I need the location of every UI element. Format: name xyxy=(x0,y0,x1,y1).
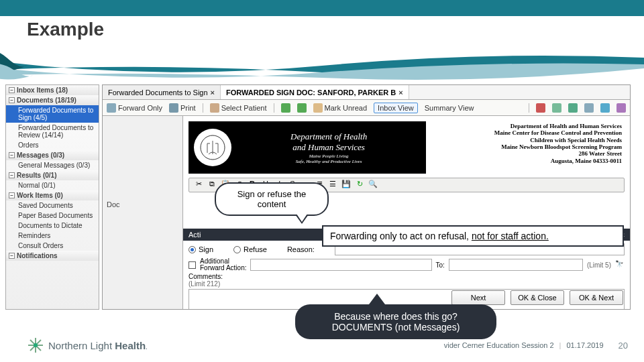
ok-close-button[interactable]: OK & Close xyxy=(511,290,564,305)
close-icon[interactable]: × xyxy=(211,88,215,97)
tool-icon-3[interactable] xyxy=(568,103,578,113)
footer-session: vider Cerner Education Session 2 xyxy=(444,341,554,349)
tool-icon-2[interactable] xyxy=(552,103,561,113)
tree-item-paper-docs[interactable]: Paper Based Documents xyxy=(6,210,99,221)
tree-item-normal[interactable]: Normal (0/1) xyxy=(6,180,99,190)
list-icon[interactable]: ☰ xyxy=(327,180,338,190)
brand-logo: Northern Light Health. xyxy=(27,337,148,354)
tabs: Forwarded Documents to Sign × FORWARDED … xyxy=(103,85,630,100)
tree-item-general-msg[interactable]: General Messages (0/3) xyxy=(6,160,99,170)
callout-forwarding: Forwarding only to act on refusal, not f… xyxy=(322,225,624,247)
binoculars-icon[interactable]: 🔭 xyxy=(615,260,625,269)
additional-checkbox[interactable] xyxy=(189,261,196,269)
tool-icon-5[interactable] xyxy=(600,103,610,113)
left-column: Doc xyxy=(103,116,183,309)
app-panel: Forwarded Documents to Sign × FORWARDED … xyxy=(102,84,631,310)
ok-next-button[interactable]: OK & Next xyxy=(570,290,623,305)
separator xyxy=(203,103,203,113)
to-input[interactable] xyxy=(449,259,583,271)
separator xyxy=(274,103,274,113)
select-patient-button[interactable]: Select Patient xyxy=(210,103,267,113)
content-area: Doc Department of Health and Human Servi… xyxy=(103,116,630,309)
refresh-icon[interactable]: ↻ xyxy=(354,180,365,190)
tree-item-orders[interactable]: Orders xyxy=(6,140,99,150)
footer-page: 20 xyxy=(619,341,628,351)
tree-group-notifications[interactable]: −Notifications xyxy=(6,251,99,261)
scissors-icon[interactable]: ✂ xyxy=(193,180,204,190)
arrow-down-icon xyxy=(297,103,307,113)
tree-item-saved-docs[interactable]: Saved Documents xyxy=(6,200,99,210)
tab-fwd-docs[interactable]: Forwarded Documents to Sign × xyxy=(103,85,221,99)
tree-item-fwd-sign[interactable]: Forwarded Documents to Sign (4/5) xyxy=(6,105,99,123)
arrow-up-icon xyxy=(281,103,290,113)
doc-header-right: Department of Health and Human Services … xyxy=(430,121,625,174)
footer: Northern Light Health. vider Cerner Educ… xyxy=(27,337,628,354)
next-button[interactable] xyxy=(297,103,307,113)
top-band xyxy=(0,0,644,16)
tree-group-messages[interactable]: −Messages (0/3) xyxy=(6,150,99,160)
separator xyxy=(529,103,529,113)
wave-decoration xyxy=(0,46,644,83)
callout-where-goes: Because where does this go? DOCUMENTS (n… xyxy=(295,304,496,339)
tree-item-dictate[interactable]: Documents to Dictate xyxy=(6,221,99,231)
print-button[interactable]: Print xyxy=(169,103,196,113)
logo-icon xyxy=(27,337,44,354)
tree-item-consult[interactable]: Consult Orders xyxy=(6,241,99,251)
tool-icon-4[interactable] xyxy=(584,103,594,113)
inbox-tree: −Inbox Items (18) −Documents (18/19) For… xyxy=(5,84,99,310)
copy-icon[interactable]: ⧉ xyxy=(207,180,217,190)
save-icon[interactable]: 💾 xyxy=(341,180,352,190)
tab-label: Forwarded Documents to Sign xyxy=(108,88,208,97)
tool-icon-6[interactable] xyxy=(616,103,626,113)
close-icon[interactable]: × xyxy=(398,88,402,97)
refuse-radio[interactable]: Refuse xyxy=(233,245,267,253)
tree-item-fwd-review[interactable]: Forwarded Documents to Review (14/14) xyxy=(6,123,99,140)
reason-label: Reason: xyxy=(287,245,315,253)
comments-limit: (Limit 212) xyxy=(189,280,625,288)
tree-group-work[interactable]: −Work Items (0) xyxy=(6,190,99,200)
callout-sign-refuse: Sign or refuse the content xyxy=(215,182,329,216)
toolbar: Forward Only Print Select Patient Mark U… xyxy=(103,100,630,116)
state-seal-icon xyxy=(194,129,231,166)
tab-label: FORWARDED SIGN DOC: SANFORD, PARKER B xyxy=(226,88,396,97)
prev-button[interactable] xyxy=(281,103,290,113)
summary-view-button[interactable]: Summary View xyxy=(425,104,474,112)
tool-icon-1[interactable] xyxy=(536,103,545,113)
doc-header-left: Department of Health and Human Services … xyxy=(189,121,426,174)
zoom-icon[interactable]: 🔍 xyxy=(368,180,378,190)
slide-title: Example xyxy=(27,19,104,40)
sign-radio[interactable]: Sign xyxy=(189,245,213,253)
patient-icon xyxy=(210,103,219,113)
tree-group-documents[interactable]: −Documents (18/19) xyxy=(6,95,99,105)
doc-row-label: Doc xyxy=(107,200,120,208)
forward-only-button[interactable]: Forward Only xyxy=(107,103,162,113)
to-label: To: xyxy=(436,261,445,269)
inbox-view-button[interactable]: Inbox View xyxy=(374,103,418,113)
forward-icon xyxy=(107,103,116,113)
footer-date: 01.17.2019 xyxy=(566,341,603,349)
button-row: Next OK & Close OK & Next xyxy=(451,290,623,305)
svg-point-1 xyxy=(34,343,38,347)
mark-unread-button[interactable]: Mark Unread xyxy=(313,103,368,113)
tree-item-reminders[interactable]: Reminders xyxy=(6,231,99,241)
tree-group-inbox[interactable]: −Inbox Items (18) xyxy=(6,85,99,95)
tree-group-results[interactable]: −Results (0/1) xyxy=(6,170,99,180)
limit-label: (Limit 5) xyxy=(587,261,611,269)
tab-fwd-sign-doc[interactable]: FORWARDED SIGN DOC: SANFORD, PARKER B × xyxy=(221,85,409,99)
doc-header: Department of Health and Human Services … xyxy=(189,121,625,174)
print-icon xyxy=(169,103,178,113)
forward-action-row: Additional Forward Action: To: (Limit 5)… xyxy=(189,258,625,272)
envelope-icon xyxy=(313,103,323,113)
next-button[interactable]: Next xyxy=(451,290,505,305)
forward-action-label: Forward Action: xyxy=(200,265,246,272)
action-label: Acti xyxy=(189,231,201,239)
forward-action-select[interactable] xyxy=(250,259,431,271)
comments-label: Comments: xyxy=(189,273,223,280)
